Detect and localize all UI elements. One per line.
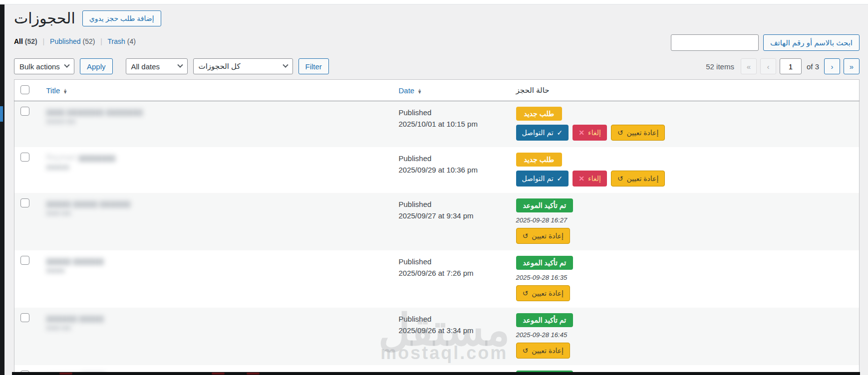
published-date: 2025/09/29 at 10:36 pm — [399, 164, 504, 176]
bulk-filter-controls: Bulk actions Apply All dates كل الحجوزات… — [14, 58, 329, 74]
undo-icon: ↺ — [523, 347, 529, 354]
total-pages-label: of 3 — [807, 62, 819, 71]
published-label: Published — [399, 198, 504, 210]
prev-page-button[interactable]: ‹ — [760, 58, 776, 74]
check-icon: ✓ — [557, 129, 563, 136]
add-manual-booking-button[interactable]: إضافة طلب حجز يدوي — [82, 10, 161, 26]
undo-icon: ↺ — [523, 232, 529, 239]
check-icon: ✓ — [557, 175, 563, 182]
status-badge-confirmed: تم تأكيد الموعد — [516, 198, 574, 212]
reset-status-button[interactable]: ↺إعادة تعيين — [516, 285, 570, 301]
published-label: Published — [399, 107, 504, 118]
booking-title-redacted[interactable]: Reymart ▆▆▆▆▆▆ — [46, 153, 387, 163]
status-badge-confirmed: تم تأكيد الموعد — [516, 256, 574, 270]
items-count: 52 items — [706, 62, 734, 71]
booking-title-redacted[interactable]: ▆▆▆▆ ▆▆▆▆ ▆▆▆▆▆ — [46, 198, 387, 209]
cross-icon: ✕ — [579, 175, 584, 182]
view-trash-link[interactable]: Trash (4) — [108, 37, 136, 45]
table-row: ▆▆▆▆▆ ▆▆▆▆ ▆▆▆ ▆▆ Published 2025/09/26 a… — [14, 308, 860, 365]
bottom-band-mark — [247, 373, 260, 375]
booking-title-redacted[interactable]: ▆▆▆▆▆ ▆▆▆▆ — [46, 313, 387, 324]
booking-title-redacted[interactable]: ▆▆▆ ▆▆▆▆▆▆ ▆▆▆▆▆▆ — [46, 107, 387, 117]
bookings-filter-value: كل الحجوزات — [199, 62, 241, 71]
row-checkbox[interactable] — [20, 107, 29, 116]
published-date: 2025/09/26 at 7:26 pm — [399, 267, 504, 279]
view-all-link[interactable]: All (52) — [14, 37, 37, 45]
published-date: 2025/09/26 at 3:34 pm — [399, 325, 504, 336]
next-page-button[interactable]: › — [824, 58, 840, 74]
table-row: ▆▆▆ ▆▆▆▆▆▆ ▆▆▆▆▆▆ ▆▆▆▆ ▆▆ Published 2025… — [14, 101, 860, 148]
search-box: ابحث بالاسم أو رقم الهاتف — [671, 34, 860, 51]
pagination: 52 items « ‹ of 3 › » — [706, 58, 860, 74]
undo-icon: ↺ — [617, 129, 623, 136]
bookings-table: Title▲▼ Date▲▼ حالة الحجز ▆▆▆ ▆▆▆▆▆▆ ▆▆▆… — [14, 79, 860, 375]
search-input[interactable] — [671, 34, 759, 51]
cancel-booking-button[interactable]: ✕إلغاء — [573, 125, 607, 141]
dates-filter-select[interactable]: All dates — [126, 58, 188, 74]
column-header-status: حالة الحجز — [510, 80, 860, 101]
chevron-down-icon — [177, 62, 183, 68]
filter-button[interactable]: Filter — [298, 58, 329, 74]
column-header-title[interactable]: Title▲▼ — [40, 80, 393, 101]
status-badge-new: طلب جديد — [516, 107, 563, 121]
bottom-edge-band — [12, 372, 860, 375]
undo-icon: ↺ — [523, 290, 529, 297]
bookings-filter-select[interactable]: كل الحجوزات — [193, 58, 293, 74]
table-header-row: Title▲▼ Date▲▼ حالة الحجز — [14, 80, 860, 101]
view-filter-links: All (52) | Published (52) | Trash (4) — [14, 34, 136, 45]
current-page-input[interactable] — [780, 58, 802, 74]
booking-subtitle-redacted: ▆▆▆▆▆ — [46, 163, 387, 170]
row-checkbox[interactable] — [20, 198, 29, 207]
status-badge-confirmed: تم تأكيد الموعد — [516, 313, 574, 327]
booking-subtitle-redacted: ▆▆▆▆ ▆▆ — [46, 117, 387, 124]
reset-status-button[interactable]: ↺إعادة تعيين — [516, 228, 570, 244]
column-header-date[interactable]: Date▲▼ — [393, 80, 510, 101]
cross-icon: ✕ — [579, 129, 584, 136]
mark-contacted-button[interactable]: تم التواصل✓ — [516, 171, 569, 187]
bookings-page: الحجوزات إضافة طلب حجز يدوي All (52) | P… — [14, 0, 860, 375]
separator: | — [100, 37, 102, 45]
last-page-button[interactable]: » — [844, 58, 860, 74]
published-label: Published — [399, 313, 504, 325]
scroll-marker — [0, 106, 3, 122]
date-column-label: Date — [399, 86, 415, 95]
published-date: 2025/09/27 at 9:34 pm — [399, 210, 504, 221]
booking-title-redacted[interactable]: ▆▆▆▆ ▆▆▆▆▆ — [46, 256, 387, 266]
status-badge-new: طلب جديد — [516, 153, 563, 167]
table-toolbar: Bulk actions Apply All dates كل الحجوزات… — [14, 58, 860, 74]
search-button[interactable]: ابحث بالاسم أو رقم الهاتف — [763, 34, 860, 51]
first-page-button[interactable]: « — [741, 58, 757, 74]
row-checkbox[interactable] — [20, 153, 29, 162]
apply-button[interactable]: Apply — [80, 58, 113, 74]
status-timestamp: 2025-09-28 16:27 — [516, 216, 568, 224]
bulk-actions-value: Bulk actions — [19, 62, 60, 71]
reset-status-button[interactable]: ↺إعادة تعيين — [611, 125, 665, 141]
page-header: الحجوزات إضافة طلب حجز يدوي — [14, 9, 860, 27]
dates-filter-value: All dates — [131, 62, 160, 71]
booking-subtitle-redacted: ▆▆▆ ▆▆ — [46, 324, 387, 331]
bottom-band-mark — [59, 373, 72, 375]
table-row: ▆▆▆▆ ▆▆▆▆ ▆▆▆▆▆ ▆▆▆ ▆▆ Published 2025/09… — [14, 193, 860, 250]
reset-status-button[interactable]: ↺إعادة تعيين — [516, 343, 570, 359]
row-checkbox[interactable] — [20, 256, 29, 265]
chevron-down-icon — [283, 62, 288, 68]
bulk-actions-select[interactable]: Bulk actions — [14, 58, 74, 74]
mark-contacted-button[interactable]: تم التواصل✓ — [516, 125, 569, 141]
page-title: الحجوزات — [14, 9, 75, 27]
cancel-booking-button[interactable]: ✕إلغاء — [573, 171, 607, 187]
row-checkbox[interactable] — [20, 313, 29, 322]
published-date: 2025/10/01 at 10:15 pm — [399, 118, 504, 130]
reset-status-button[interactable]: ↺إعادة تعيين — [611, 171, 665, 187]
view-published-link[interactable]: Published (52) — [50, 37, 95, 45]
booking-subtitle-redacted: ▆▆▆ ▆▆ — [46, 209, 387, 216]
undo-icon: ↺ — [617, 175, 623, 182]
published-label: Published — [399, 153, 504, 164]
booking-subtitle-redacted: ▆▆▆▆ — [46, 266, 387, 273]
select-all-checkbox[interactable] — [20, 85, 29, 94]
chevron-down-icon — [64, 62, 69, 68]
status-timestamp: 2025-09-28 16:35 — [516, 274, 568, 281]
status-timestamp: 2025-09-28 16:45 — [516, 331, 568, 339]
sort-icon: ▲▼ — [417, 89, 422, 94]
sort-icon: ▲▼ — [63, 89, 67, 94]
title-column-label: Title — [46, 86, 60, 95]
